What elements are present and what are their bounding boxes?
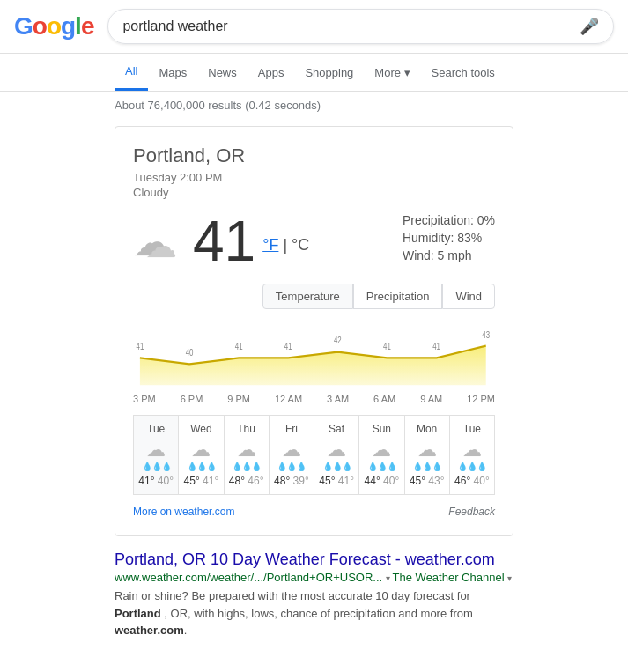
chart-label-3: 41 <box>284 341 292 352</box>
day-rain-0: 💧💧💧 <box>137 462 174 471</box>
day-lo-7: 40° <box>474 475 490 487</box>
snippet-period: . <box>184 624 188 637</box>
mic-icon[interactable]: 🎤 <box>580 17 599 36</box>
tab-shopping[interactable]: Shopping <box>294 55 364 90</box>
day-rain-2: 💧💧💧 <box>228 462 265 471</box>
day-temps-1: 45° 41° <box>182 475 219 487</box>
search-bar[interactable]: 🎤 <box>107 9 614 44</box>
temperature-chart: 41 40 41 41 42 41 41 43 <box>133 320 495 390</box>
day-col-tue1[interactable]: Tue ☁ 💧💧💧 41° 40° <box>134 416 179 494</box>
tab-apps[interactable]: Apps <box>248 55 295 90</box>
day-forecast: Tue ☁ 💧💧💧 41° 40° Wed ☁ 💧💧💧 45° 41° Thu … <box>133 415 495 495</box>
result-url-text: www.weather.com/weather/.../Portland+OR+… <box>115 571 382 584</box>
day-col-thu[interactable]: Thu ☁ 💧💧💧 48° 46° <box>225 416 270 494</box>
day-col-tue2[interactable]: Tue ☁ 💧💧💧 46° 40° <box>450 416 494 494</box>
chart-tab-precipitation[interactable]: Precipitation <box>353 284 443 309</box>
day-cloud-4: ☁ <box>318 439 355 462</box>
day-hi-4: 45° <box>319 475 335 487</box>
result-snippet: Rain or shine? Be prepared with the most… <box>115 587 513 639</box>
day-lo-0: 40° <box>158 475 174 487</box>
unit-separator: | <box>283 236 292 254</box>
search-input[interactable] <box>122 18 580 34</box>
day-temps-7: 46° 40° <box>454 475 491 487</box>
snippet-text-1: Rain or shine? Be prepared with the most… <box>115 589 470 602</box>
result-source-arrow[interactable]: ▾ <box>507 573 512 583</box>
day-hi-6: 45° <box>410 475 425 487</box>
time-label-2: 9 PM <box>227 394 250 404</box>
day-col-wed[interactable]: Wed ☁ 💧💧💧 45° 41° <box>179 416 224 494</box>
day-col-fri[interactable]: Fri ☁ 💧💧💧 48° 39° <box>270 416 314 494</box>
day-rain-3: 💧💧💧 <box>273 462 310 471</box>
snippet-text-2: , OR, with highs, lows, chance of precip… <box>164 607 472 620</box>
day-lo-2: 46° <box>248 475 263 487</box>
results-info: About 76,400,000 results (0.42 seconds) <box>0 92 628 119</box>
day-lo-1: 41° <box>203 475 218 487</box>
tab-all[interactable]: All <box>115 54 148 91</box>
chart-tab-wind[interactable]: Wind <box>442 284 495 309</box>
day-name-6: Mon <box>409 423 446 435</box>
google-logo: Google <box>14 12 93 41</box>
unit-fahrenheit[interactable]: °F <box>262 236 278 254</box>
day-name-4: Sat <box>318 423 355 435</box>
tab-search-tools[interactable]: Search tools <box>421 55 506 90</box>
tab-news[interactable]: News <box>197 55 248 90</box>
time-label-0: 3 PM <box>133 394 156 404</box>
chart-label-1: 40 <box>186 347 194 358</box>
day-cloud-6: ☁ <box>409 439 446 462</box>
result-dropdown-arrow[interactable]: ▾ <box>386 573 393 583</box>
humidity-detail: Humidity: 83% <box>403 231 495 245</box>
chart-label-6: 41 <box>432 341 440 352</box>
day-rain-6: 💧💧💧 <box>409 462 446 471</box>
day-hi-7: 46° <box>454 475 470 487</box>
day-col-sun[interactable]: Sun ☁ 💧💧💧 44° 40° <box>359 416 404 494</box>
tab-maps[interactable]: Maps <box>148 55 197 90</box>
chart-label-5: 41 <box>383 341 391 352</box>
unit-celsius[interactable]: °C <box>292 236 309 254</box>
time-label-5: 6 AM <box>373 394 395 404</box>
time-label-6: 9 AM <box>420 394 442 404</box>
day-lo-5: 40° <box>383 475 399 487</box>
nav-tabs: All Maps News Apps Shopping More ▾ Searc… <box>0 54 628 92</box>
weather-footer: More on weather.com Feedback <box>133 506 495 518</box>
day-col-mon[interactable]: Mon ☁ 💧💧💧 45° 43° <box>405 416 450 494</box>
day-name-7: Tue <box>454 423 491 435</box>
day-rain-5: 💧💧💧 <box>363 462 400 471</box>
weather-datetime: Tuesday 2:00 PM <box>133 171 495 184</box>
feedback-link[interactable]: Feedback <box>448 506 495 518</box>
day-lo-6: 43° <box>428 475 444 487</box>
time-label-4: 3 AM <box>327 394 349 404</box>
weather-temp-section: 41 °F | °C <box>133 213 309 270</box>
tab-more[interactable]: More ▾ <box>364 55 420 90</box>
day-name-3: Fri <box>273 423 310 435</box>
day-lo-3: 39° <box>293 475 309 487</box>
chart-label-4: 42 <box>334 335 342 346</box>
result-source: The Weather Channel <box>393 571 505 584</box>
day-cloud-2: ☁ <box>228 439 265 462</box>
search-results: Portland, OR 10 Day Weather Forecast - w… <box>115 550 513 639</box>
temperature-value: 41 <box>193 213 255 270</box>
day-cloud-7: ☁ <box>454 439 491 462</box>
day-col-sat[interactable]: Sat ☁ 💧💧💧 45° 41° <box>314 416 359 494</box>
header: Google 🎤 <box>0 0 628 54</box>
day-temps-5: 44° 40° <box>363 475 400 487</box>
time-labels: 3 PM 6 PM 9 PM 12 AM 3 AM 6 AM 9 AM 12 P… <box>133 394 495 404</box>
weather-card: Portland, OR Tuesday 2:00 PM Cloudy 41 °… <box>115 126 513 536</box>
snippet-site: weather.com <box>115 624 184 637</box>
weather-com-link[interactable]: More on weather.com <box>133 506 234 518</box>
chart-tab-temperature[interactable]: Temperature <box>262 284 353 309</box>
day-hi-1: 45° <box>184 475 200 487</box>
day-temps-0: 41° 40° <box>137 475 174 487</box>
day-cloud-5: ☁ <box>363 439 400 462</box>
day-cloud-3: ☁ <box>273 439 310 462</box>
precipitation-detail: Precipitation: 0% <box>403 213 495 227</box>
day-name-5: Sun <box>363 423 400 435</box>
day-cloud-0: ☁ <box>137 439 174 462</box>
time-label-1: 6 PM <box>181 394 203 404</box>
day-name-1: Wed <box>182 423 219 435</box>
day-cloud-1: ☁ <box>182 439 219 462</box>
result-title[interactable]: Portland, OR 10 Day Weather Forecast - w… <box>115 550 513 569</box>
day-hi-5: 44° <box>365 475 380 487</box>
day-hi-2: 48° <box>229 475 245 487</box>
day-temps-2: 48° 46° <box>228 475 265 487</box>
cloud-icon <box>133 219 186 263</box>
